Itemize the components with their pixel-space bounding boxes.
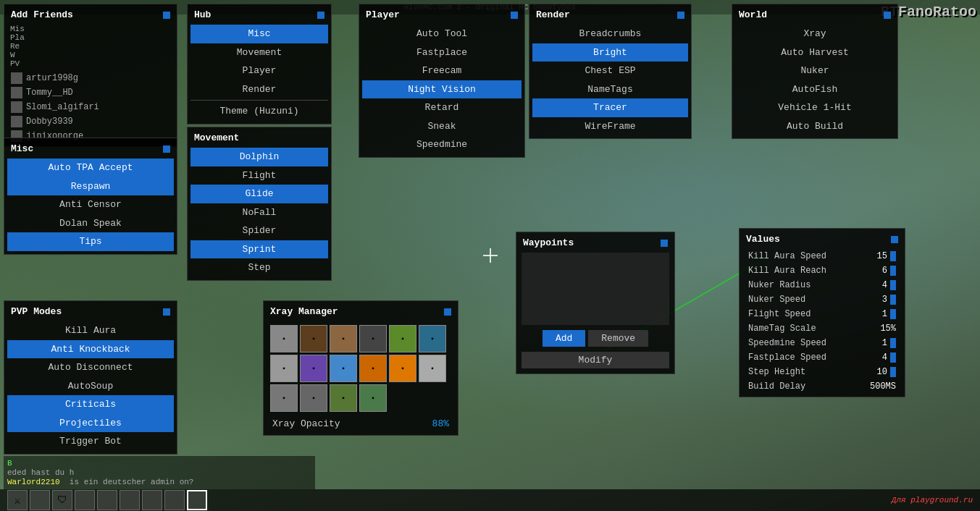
pvp-auto-disconnect[interactable]: Auto Disconnect: [7, 358, 174, 377]
waypoints-add-button[interactable]: Add: [543, 330, 585, 347]
value-row-fastplace-speed[interactable]: Fastplace Speed 4: [742, 350, 902, 365]
waypoints-remove-button[interactable]: Remove: [588, 330, 648, 347]
world-autofish[interactable]: AutoFish: [735, 80, 895, 99]
xray-block[interactable]: ▪: [389, 325, 416, 352]
waypoints-modify-button[interactable]: Modify: [522, 352, 669, 368]
misc-auto-tpa[interactable]: Auto TPA Accept: [7, 159, 174, 177]
value-row-speedmine-speed[interactable]: Speedmine Speed 1: [742, 336, 902, 350]
hotbar-slot[interactable]: [97, 490, 117, 510]
hotbar-slot[interactable]: [75, 490, 95, 510]
world-nuker[interactable]: Nuker: [735, 62, 895, 80]
hub-tab-player[interactable]: Player: [190, 62, 328, 80]
xray-block[interactable]: ▪: [300, 325, 327, 352]
xray-block[interactable]: ▪: [359, 325, 387, 352]
hotbar-slot[interactable]: [30, 490, 50, 510]
value-row-nuker-radius[interactable]: Nuker Radius 4: [742, 278, 902, 292]
player-sneak[interactable]: Sneak: [362, 117, 522, 136]
xray-block[interactable]: ▪: [330, 384, 357, 412]
xray-block[interactable]: ▪: [300, 355, 327, 382]
xray-block[interactable]: ▪: [270, 355, 298, 382]
hotbar-slot[interactable]: [120, 490, 140, 510]
player-fastplace[interactable]: Fastplace: [362, 43, 522, 62]
world-auto-build[interactable]: Auto Build: [735, 117, 895, 136]
player-freecam[interactable]: Freecam: [362, 62, 522, 80]
render-panel-header: Render: [532, 7, 688, 22]
world-auto-harvest[interactable]: Auto Harvest: [735, 43, 895, 62]
xray-block[interactable]: ▪: [330, 355, 357, 382]
value-row-flight-speed[interactable]: Flight Speed 1: [742, 307, 902, 321]
hotbar-slot-active[interactable]: [187, 490, 207, 510]
hotbar-slot[interactable]: [142, 490, 162, 510]
pvp-kill-aura[interactable]: Kill Aura: [7, 321, 174, 340]
pv-abbr: PV: [10, 59, 171, 68]
movement-sprint[interactable]: Sprint: [190, 240, 328, 259]
hub-tab-theme[interactable]: Theme (Huzuni): [190, 102, 328, 121]
misc-respawn[interactable]: Respawn: [7, 177, 174, 196]
render-nametags[interactable]: NameTags: [532, 80, 688, 99]
xray-block[interactable]: ▪: [419, 355, 446, 382]
friend-item[interactable]: Dobby3939: [7, 114, 174, 129]
render-bright[interactable]: Bright: [532, 43, 688, 62]
movement-flight[interactable]: Flight: [190, 166, 328, 185]
misc-anti-censor[interactable]: Anti Censor: [7, 195, 174, 214]
movement-nofall[interactable]: NoFall: [190, 203, 328, 222]
misc-dolan-speak[interactable]: Dolan Speak: [7, 214, 174, 233]
render-tracer[interactable]: Tracer: [532, 98, 688, 117]
player-indicator: [511, 12, 518, 19]
hotbar-slot[interactable]: [164, 490, 185, 510]
xray-block[interactable]: ▪: [359, 355, 387, 382]
movement-glide[interactable]: Glide: [190, 185, 328, 203]
value-row-build-delay[interactable]: Build Delay 500MS: [742, 379, 902, 394]
pvp-autosoup[interactable]: AutoSoup: [7, 377, 174, 396]
player-night-vision[interactable]: Night Vision: [362, 80, 522, 99]
value-row-nuker-speed[interactable]: Nuker Speed 3: [742, 292, 902, 307]
render-wireframe[interactable]: WireFrame: [532, 117, 688, 136]
pvp-criticals[interactable]: Criticals: [7, 395, 174, 414]
friend-item[interactable]: artur1998g: [7, 71, 174, 85]
friends-panel-header: Add Friends: [7, 7, 174, 22]
pvp-indicator: [163, 308, 170, 316]
value-row-step-height[interactable]: Step Height 10: [742, 365, 902, 379]
value-row-kill-aura-speed[interactable]: Kill Aura Speed 15: [742, 249, 902, 263]
hub-panel: Hub Misc Movement Player Render Theme (H…: [187, 4, 332, 124]
xray-block[interactable]: ▪: [359, 384, 387, 412]
xray-block[interactable]: ▪: [270, 384, 298, 412]
xray-block[interactable]: ▪: [330, 325, 357, 352]
player-auto-tool[interactable]: Auto Tool: [362, 25, 522, 43]
chat-bar: B eded hast du h Warlord2210 is ein deut…: [4, 456, 315, 489]
render-breadcrumbs[interactable]: Breadcrumbs: [532, 25, 688, 43]
pvp-projectiles[interactable]: Projectiles: [7, 414, 174, 433]
render-panel: Render Breadcrumbs Bright Chest ESP Name…: [529, 4, 692, 139]
hub-divider: [190, 100, 328, 101]
hotbar-slot[interactable]: ⚔: [7, 490, 28, 510]
chat-message: eded hast du h: [7, 468, 311, 477]
hub-tab-render[interactable]: Render: [190, 80, 328, 99]
xray-block[interactable]: ▪: [300, 384, 327, 412]
pvp-trigger-bot[interactable]: Trigger Bot: [7, 432, 174, 451]
world-vehicle-hit[interactable]: Vehicle 1-Hit: [735, 98, 895, 117]
pvp-anti-knockback[interactable]: Anti Knockback: [7, 340, 174, 359]
hub-tab-misc[interactable]: Misc: [190, 25, 328, 43]
player-retard[interactable]: Retard: [362, 98, 522, 117]
xray-indicator: [444, 308, 451, 316]
friend-item[interactable]: Tommy__HD: [7, 85, 174, 100]
xray-block[interactable]: ▪: [270, 325, 298, 352]
value-row-nametag-scale[interactable]: NameTag Scale 15%: [742, 321, 902, 336]
value-row-kill-aura-reach[interactable]: Kill Aura Reach 6: [742, 263, 902, 278]
hotbar-slot[interactable]: 🛡: [52, 490, 72, 510]
misc-tips[interactable]: Tips: [7, 232, 174, 251]
hub-tab-movement[interactable]: Movement: [190, 43, 328, 62]
movement-spider[interactable]: Spider: [190, 221, 328, 240]
watermark: Для playground.ru: [892, 496, 973, 504]
world-title: World: [739, 9, 767, 20]
render-chest-esp[interactable]: Chest ESP: [532, 62, 688, 80]
player-speedmine[interactable]: Speedmine: [362, 135, 522, 154]
movement-step[interactable]: Step: [190, 258, 328, 277]
value-bar: [890, 367, 896, 377]
movement-dolphin[interactable]: Dolphin: [190, 148, 328, 166]
friend-item[interactable]: Slomi_algifari: [7, 100, 174, 114]
friends-title: Add Friends: [11, 9, 73, 20]
xray-block[interactable]: ▪: [419, 325, 446, 352]
xray-block[interactable]: ▪: [389, 355, 416, 382]
world-xray[interactable]: Xray: [735, 25, 895, 43]
